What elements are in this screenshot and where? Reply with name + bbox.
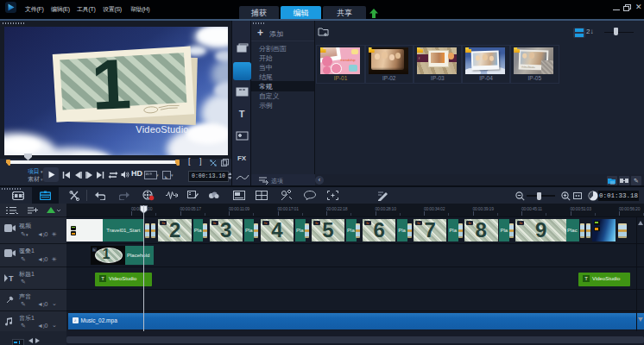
svg-text:VideoStudio: VideoStudio bbox=[136, 124, 188, 135]
svg-text:T: T bbox=[9, 274, 14, 282]
svg-text:FX: FX bbox=[237, 154, 247, 162]
svg-text:1: 1 bbox=[90, 44, 132, 124]
svg-text:T: T bbox=[239, 109, 245, 119]
